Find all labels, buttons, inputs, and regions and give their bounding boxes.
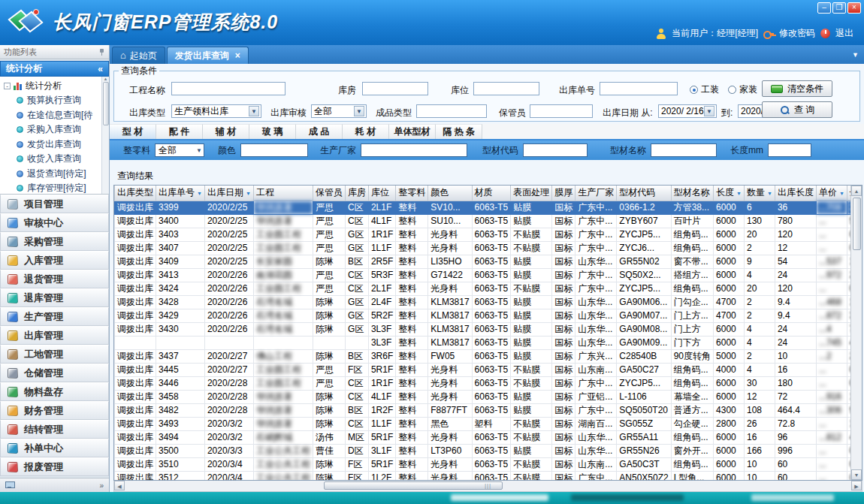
maximize-button[interactable]: ❐ xyxy=(832,2,846,14)
table-row[interactable]: 调拨出库34032020/2/25工业园工程严思G区1R1F整料光身料6063-… xyxy=(115,228,863,241)
close-tab-icon[interactable]: × xyxy=(235,50,240,61)
column-header-材质[interactable]: 材质 xyxy=(472,186,511,201)
scroll-left-icon[interactable]: ◀ xyxy=(114,481,125,490)
close-button[interactable]: × xyxy=(847,2,861,14)
color-input[interactable] xyxy=(240,143,308,157)
material-tab-配件[interactable]: 配 件 xyxy=(156,124,203,139)
material-tab-成品[interactable]: 成 品 xyxy=(296,124,343,139)
sidebar-item-结转管理[interactable]: 结转管理 xyxy=(0,420,109,439)
tree-item-收货入库查询[interactable]: 收货入库查询 xyxy=(4,152,109,167)
sidebar-item-工地管理[interactable]: 工地管理 xyxy=(0,345,109,364)
whole-part-select[interactable]: 全部▼ xyxy=(155,143,204,157)
column-header-型材名称[interactable]: 型材名称 xyxy=(671,186,713,201)
table-row[interactable]: 调拨出库35102020/3/4工业公共工程陈琳F区5R1F整料光身料6063-… xyxy=(115,457,863,471)
order-no-input[interactable] xyxy=(600,82,678,95)
radio-work-wear[interactable]: 工装 xyxy=(690,83,719,96)
column-header-生产厂家[interactable]: 生产厂家 xyxy=(575,186,617,201)
sidebar-item-报废管理[interactable]: 报废管理 xyxy=(0,457,109,476)
location-input[interactable] xyxy=(473,82,539,95)
scrollbar-thumb[interactable] xyxy=(103,82,109,125)
table-row[interactable]: 调拨出库34932020/3/2华润原著陈琳C区1L1F整料黑色塑料不贴膜国标湖… xyxy=(115,417,863,430)
filter-icon[interactable]: ▼ xyxy=(767,191,772,196)
tab-发货出库查询[interactable]: 发货出库查询× xyxy=(167,47,249,64)
table-row[interactable]: 调拨出库34372020/2/27佛山工程陈琳B区3R6F整料FW056063-… xyxy=(115,349,863,363)
table-row[interactable]: 调拨出库34092020/2/25长安家园陈琳B区2R5F整料LI35HO606… xyxy=(115,255,863,268)
sidebar-item-采购管理[interactable]: 采购管理 xyxy=(0,232,109,251)
expand-icon[interactable]: - xyxy=(4,83,11,89)
column-header-单价[interactable]: 单价▼ xyxy=(816,186,847,201)
pin-icon[interactable] xyxy=(98,48,105,56)
clear-conditions-button[interactable]: 清空条件 xyxy=(762,80,832,97)
tree-item-退货查询[待定][interactable]: 退货查询[待定] xyxy=(4,167,109,182)
sidebar-item-出库管理[interactable]: 出库管理 xyxy=(0,326,109,345)
profile-name-input[interactable] xyxy=(651,143,717,157)
sidebar-item-仓储管理[interactable]: 仓储管理 xyxy=(0,364,109,382)
sidebar-group-header[interactable]: 统计分析 « xyxy=(0,61,109,77)
tree-item-库存管理[待定][interactable]: 库存管理[待定] xyxy=(4,181,109,195)
material-tab-隔热条[interactable]: 隔 热 条 xyxy=(436,124,482,139)
scroll-up-icon[interactable]: ▲ xyxy=(851,186,862,196)
table-row[interactable]: 调拨出库34822020/2/28华润原著陈琳B区1R2F整料F8877FT60… xyxy=(115,403,863,417)
table-row[interactable]: 调拨出库34282020/2/26石湾名城陈琳G区2L4F整料KLM381760… xyxy=(115,295,863,309)
table-row[interactable]: 3L3F整料KLM38176063-T5贴膜国标山东华...GA90M09...… xyxy=(115,336,863,349)
sidebar-item-审核中心[interactable]: 审核中心 xyxy=(0,213,109,232)
column-header-库房[interactable]: 库房 xyxy=(345,186,368,201)
tree-item-预算执行查询[interactable]: 预算执行查询 xyxy=(4,93,109,108)
table-row[interactable]: 调拨出库34072020/2/25工业园工程严思G区1L1F整料光身料6063-… xyxy=(115,241,863,255)
length-input[interactable] xyxy=(768,143,811,157)
change-password-link[interactable]: 修改密码 xyxy=(779,27,815,40)
filter-icon[interactable]: ▼ xyxy=(246,191,251,196)
tree-item-采购入库查询[interactable]: 采购入库查询 xyxy=(4,122,109,137)
column-header-出库单号[interactable]: 出库单号▼ xyxy=(156,186,205,201)
column-header-库位[interactable]: 库位 xyxy=(368,186,395,201)
scroll-down-icon[interactable]: ▼ xyxy=(851,469,862,480)
tree-scrollbar[interactable]: ▲ xyxy=(101,77,109,194)
material-tab-辅材[interactable]: 辅 材 xyxy=(203,124,249,139)
tree-root-statistics[interactable]: - 统计分析 xyxy=(4,79,109,93)
tree-item-发货出库查询[interactable]: 发货出库查询 xyxy=(4,137,109,152)
tree-item-在途信息查询[待[interactable]: 在途信息查询[待 xyxy=(4,108,109,123)
query-button[interactable]: 查 询 xyxy=(762,101,832,118)
project-name-input[interactable] xyxy=(171,82,285,95)
sidebar-item-退库管理[interactable]: 退库管理 xyxy=(0,288,109,307)
collapse-icon[interactable]: « xyxy=(98,64,103,74)
minimize-button[interactable]: – xyxy=(817,2,831,14)
horizontal-scrollbar[interactable]: ◀ ||| ▶ xyxy=(113,481,862,492)
column-header-出库日期[interactable]: 出库日期▼ xyxy=(204,186,253,201)
scroll-right-icon[interactable]: ▶ xyxy=(851,481,862,490)
table-row[interactable]: 调拨出库34002020/2/25华润原著严思C区4L1F整料SU10...60… xyxy=(115,214,863,228)
date-from-picker[interactable]: 2020/ 2/16▼ xyxy=(658,104,717,118)
outbound-type-select[interactable]: 生产领料出库▼ xyxy=(171,104,261,118)
material-tab-单体型材[interactable]: 单体型材 xyxy=(389,124,436,139)
vertical-scrollbar[interactable]: ▲ ▼ xyxy=(850,186,862,480)
material-tab-耗材[interactable]: 耗 材 xyxy=(343,124,389,139)
table-row[interactable]: 调拨出库34132020/2/26南湖花园严思C区5R3F整料G71422606… xyxy=(115,268,863,282)
sidebar-item-物料盘存[interactable]: 物料盘存 xyxy=(0,382,109,401)
column-header-出库长度[interactable]: 出库长度 xyxy=(775,186,816,201)
sidebar-item-退货管理[interactable]: 退货管理 xyxy=(0,270,109,288)
table-row[interactable]: 调拨出库34582020/2/28华润原著陈琳C区4L1F整料光身料6063-T… xyxy=(115,390,863,403)
table-row[interactable]: 调拨出库34452020/2/27工业园工程严思F区5R1F整料光身料6063-… xyxy=(115,363,863,376)
manufacturer-input[interactable] xyxy=(361,143,467,157)
material-tab-玻璃[interactable]: 玻 璃 xyxy=(249,124,296,139)
table-row[interactable]: 调拨出库34302020/2/26石湾名城陈琳G区3L3F整料KLM381760… xyxy=(115,322,863,336)
chevrons-right-icon[interactable]: » xyxy=(99,481,104,490)
scrollbar-thumb[interactable] xyxy=(324,481,503,490)
table-row[interactable]: 调拨出库35122020/3/4工业公共工程陈琳F区1L2F整料光身料6063-… xyxy=(115,471,863,481)
column-header-工程[interactable]: 工程 xyxy=(253,186,313,201)
monitor-icon[interactable] xyxy=(5,481,14,489)
table-row[interactable]: 调拨出库34242020/2/26工业园工程严思C区2L1F整料光身料6063-… xyxy=(115,282,863,295)
column-header-膜厚[interactable]: 膜厚 xyxy=(552,186,575,201)
logout-link[interactable]: 退出 xyxy=(835,27,853,40)
outbound-audit-select[interactable]: 全部▼ xyxy=(311,104,367,118)
table-row[interactable]: 调拨出库34942020/3/2石碣辉城汤伟M区5R1F整料光身料6063-T5… xyxy=(115,430,863,444)
table-row[interactable]: 调拨出库34292020/2/26石湾名城陈琳G区5R2F整料KLM381760… xyxy=(115,309,863,322)
table-row[interactable]: 调拨出库34462020/2/28工业园工程严思C区1R1F整料光身料6063-… xyxy=(115,376,863,390)
tab-list-dropdown-icon[interactable]: ▼ xyxy=(852,51,859,59)
column-header-型材代码[interactable]: 型材代码 xyxy=(617,186,671,201)
table-row[interactable]: 调拨出库35002020/3/3工业公共工程曹佳D区3L1F整料LT3P6060… xyxy=(115,444,863,457)
sidebar-item-项目管理[interactable]: 项目管理 xyxy=(0,195,109,213)
radio-home-decor[interactable]: 家装 xyxy=(728,83,757,96)
column-header-整零料[interactable]: 整零料 xyxy=(396,186,428,201)
product-type-input[interactable] xyxy=(416,104,487,118)
